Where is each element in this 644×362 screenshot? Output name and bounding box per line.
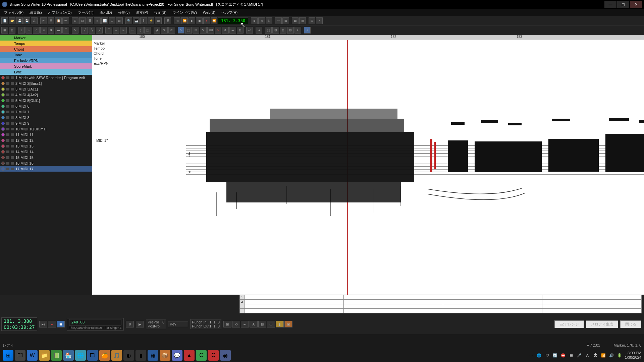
track-row-6[interactable]: 6:MIDI 6 xyxy=(0,103,92,109)
undo-icon[interactable]: ↶ xyxy=(62,17,69,24)
monitor-icon[interactable]: 🖥 xyxy=(251,17,258,24)
transport-start-icon[interactable]: ⏮ xyxy=(174,17,180,24)
tool-cross-icon[interactable]: ⊠ xyxy=(284,321,292,327)
menu-t[interactable]: ツール(T) xyxy=(75,9,96,16)
grid2-icon[interactable]: ⊟ xyxy=(9,27,15,34)
track-mute-icon[interactable] xyxy=(6,128,9,130)
note-eighth-icon[interactable]: ♬ xyxy=(40,27,47,34)
menu-f[interactable]: ファイル(F) xyxy=(1,9,26,16)
transport-rewind-button[interactable]: ⏮ xyxy=(39,321,47,327)
track-solo-icon[interactable] xyxy=(11,116,14,119)
task-pdf-icon[interactable]: ▲ xyxy=(184,350,195,361)
track-mute-icon[interactable] xyxy=(6,145,9,147)
print-icon[interactable]: 🖨 xyxy=(31,17,38,24)
tool-back-icon[interactable]: ⇤ xyxy=(241,321,249,327)
sidebar-cat-tone[interactable]: Tone xyxy=(0,52,92,58)
view4-icon[interactable]: ≡ xyxy=(94,17,101,24)
tray-mic-icon[interactable]: 🎤 xyxy=(577,353,582,358)
line-up2-icon[interactable]: ╱ xyxy=(96,27,103,34)
sidebar-cat-exclusiverpn[interactable]: Exclusive/RPN xyxy=(0,58,92,63)
menu-s[interactable]: 設定(S) xyxy=(151,9,169,16)
arrangement-grid[interactable]: 1 2 xyxy=(239,295,642,313)
note-whole-icon[interactable]: ♩ xyxy=(18,27,25,34)
track-solo-icon[interactable] xyxy=(11,139,14,142)
task-terminal-icon[interactable]: ▮ xyxy=(136,350,146,361)
menu-j[interactable]: 移動(J) xyxy=(115,9,132,16)
open-icon[interactable]: 📂 xyxy=(9,17,15,24)
tool-frame-icon[interactable]: ▭ xyxy=(267,321,275,327)
track-row-1[interactable]: 1:Made with SSW Recorder | Program writ xyxy=(0,75,92,80)
taskbar-clock[interactable]: 8:00 PM 1/30/2024 xyxy=(625,351,641,360)
track-solo-icon[interactable] xyxy=(11,133,14,136)
snap4-icon[interactable]: ⊟ xyxy=(287,27,294,34)
line-up-icon[interactable]: ╱ xyxy=(81,27,88,34)
transport-play-icon[interactable]: ▶ xyxy=(189,17,195,24)
track-solo-icon[interactable] xyxy=(11,162,14,165)
sel-lasso-icon[interactable]: ⬭ xyxy=(193,27,199,34)
line-down-icon[interactable]: ╲ xyxy=(89,27,95,34)
grid-icon[interactable]: ⊞ xyxy=(1,27,8,34)
curve2-icon[interactable]: ⌣ xyxy=(113,27,119,34)
cursor-icon[interactable]: ↖ xyxy=(72,27,78,34)
snap2-icon[interactable]: ⊡ xyxy=(272,27,279,34)
task-browser-icon[interactable]: 🌐 xyxy=(75,350,86,361)
opt2-icon[interactable]: ▥ xyxy=(299,17,306,24)
track-row-13[interactable]: 13:MIDI 13 xyxy=(0,143,92,149)
tempo-display[interactable]: 240.00 xyxy=(69,319,122,325)
tray-app-icon[interactable]: ▦ xyxy=(569,353,574,358)
cut-icon[interactable]: ✂ xyxy=(40,17,47,24)
sidebar-cat-tempo[interactable]: Tempo xyxy=(0,41,92,46)
note-tie-icon[interactable]: ⌒ xyxy=(62,27,69,34)
track-mute-icon[interactable] xyxy=(6,133,9,136)
sel-rect-icon[interactable]: ⬚ xyxy=(185,27,192,34)
tray-globe-icon[interactable]: 🌐 xyxy=(536,353,542,358)
task-window-icon[interactable]: 🗔 xyxy=(87,350,98,361)
sel-split-icon[interactable]: ⊟ xyxy=(237,27,244,34)
tray-sync-icon[interactable]: 🔄 xyxy=(552,353,558,358)
view6-icon[interactable]: ⊡ xyxy=(109,17,115,24)
opt3-icon[interactable]: ⊞ xyxy=(309,17,315,24)
track-mute-icon[interactable] xyxy=(6,150,9,153)
tray-stop-icon[interactable]: ⛔ xyxy=(560,353,566,358)
tray-wifi-icon[interactable]: 📶 xyxy=(601,353,606,358)
sidebar-cat-marker[interactable]: Marker xyxy=(0,35,92,41)
mixer-icon[interactable]: 🎚 xyxy=(140,17,147,24)
track-solo-icon[interactable] xyxy=(11,122,14,125)
transport-forward-icon[interactable]: ⏩ xyxy=(211,17,217,24)
track-solo-icon[interactable] xyxy=(11,99,14,102)
menu-webb[interactable]: Web(B) xyxy=(200,10,218,15)
start-button[interactable]: ⊞ xyxy=(3,350,13,361)
tool-grid-icon[interactable]: ⊞ xyxy=(223,321,231,327)
view5-icon[interactable]: 📊 xyxy=(101,17,108,24)
tempo-up[interactable]: ▶ xyxy=(136,321,144,327)
track-solo-icon[interactable] xyxy=(11,88,14,90)
tray-volume-icon[interactable]: 🔊 xyxy=(609,353,614,358)
sel-arrow-icon[interactable]: ↖ xyxy=(178,27,184,34)
preroll-value[interactable]: 0 xyxy=(162,320,164,324)
tempo-zero[interactable]: 0 xyxy=(126,321,134,327)
sidebar-cat-scoremark[interactable]: ScoreMark xyxy=(0,63,92,69)
zoom-icon[interactable]: 🔍 xyxy=(125,17,132,24)
track-solo-icon[interactable] xyxy=(11,145,14,147)
view7-icon[interactable]: ⊞ xyxy=(116,17,123,24)
view1-icon[interactable]: ⊞ xyxy=(72,17,78,24)
box1-icon[interactable]: ▭ xyxy=(129,27,136,34)
track-mute-icon[interactable] xyxy=(6,82,9,85)
menu-o[interactable]: オプション(O) xyxy=(45,9,74,16)
track-mute-icon[interactable] xyxy=(6,111,9,113)
transport-rewind-icon[interactable]: ⏪ xyxy=(181,17,188,24)
task-eclipse-icon[interactable]: ◐ xyxy=(123,350,134,361)
track-mute-icon[interactable] xyxy=(6,105,9,108)
timeline-ruler[interactable]: 180181182183 xyxy=(92,35,644,40)
track-mute-icon[interactable] xyxy=(6,122,9,125)
effect-icon[interactable]: ⚡ xyxy=(148,17,154,24)
track-row-11[interactable]: 11:MIDI 11 xyxy=(0,132,92,137)
flip-h-icon[interactable]: ⇄ xyxy=(154,27,160,34)
task-folder-icon[interactable]: 📁 xyxy=(39,350,50,361)
tool-a-icon[interactable]: ⬇ xyxy=(266,17,272,24)
note-quarter-icon[interactable]: ♫ xyxy=(33,27,40,34)
track-row-17[interactable]: 17:MIDI 17 xyxy=(0,166,92,172)
tray-shield-icon[interactable]: 🛡 xyxy=(544,353,550,358)
track-row-15[interactable]: 15:MIDI 15 xyxy=(0,155,92,160)
metronome-icon[interactable]: ♫ xyxy=(258,17,265,24)
